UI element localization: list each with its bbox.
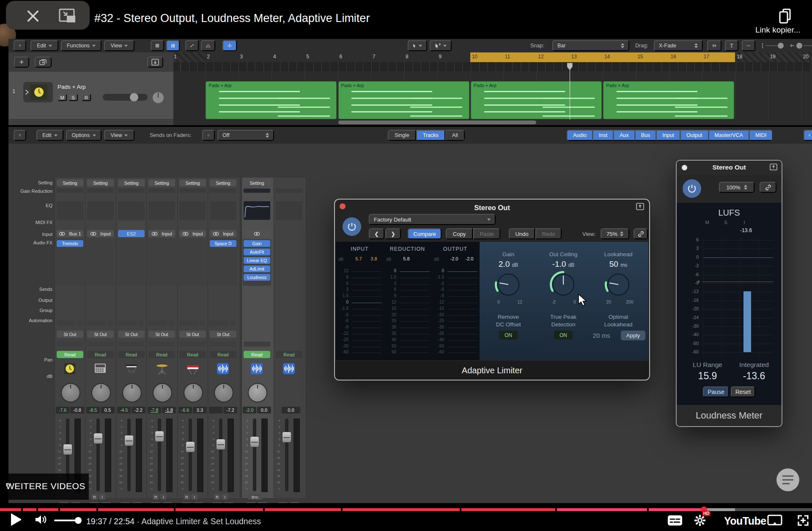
pan-knob[interactable] — [214, 383, 233, 402]
filter-inst[interactable]: Inst — [593, 130, 613, 141]
fx-slot-loudness[interactable]: Loudness — [244, 274, 270, 281]
track-name[interactable]: Pads + Arp — [58, 84, 85, 90]
chapter-segment[interactable] — [38, 508, 58, 511]
midi-region[interactable]: Pads + Arp — [603, 81, 734, 119]
setting-button[interactable]: Setting — [57, 179, 83, 186]
fader-thumb[interactable] — [282, 432, 291, 443]
automation-mode-button[interactable]: Read — [276, 351, 302, 358]
channel-watermark-icon[interactable] — [776, 468, 799, 491]
setting-button[interactable]: Setting — [179, 179, 206, 186]
output-slot[interactable]: St Out — [148, 331, 175, 338]
track-mute-button[interactable]: M — [58, 94, 67, 101]
track-pan-knob[interactable] — [152, 91, 165, 106]
bounce-button[interactable]: Bnc — [248, 494, 262, 500]
filter-input[interactable]: Input — [656, 130, 680, 141]
drag-select[interactable]: X-Fade — [654, 40, 703, 51]
filter-aux[interactable]: Aux — [613, 130, 635, 141]
chapter-segment[interactable] — [343, 508, 459, 511]
ruler-tick-strip[interactable] — [173, 62, 812, 71]
filter-midi[interactable]: MIDI — [749, 130, 772, 141]
automation-mode-button[interactable]: Read — [118, 351, 145, 358]
more-videos-overlay[interactable]: WEITERE VIDEOS ^ — [0, 474, 89, 500]
fader-thumb[interactable] — [155, 431, 164, 442]
redo-button[interactable]: Redo — [535, 228, 562, 239]
setting-button[interactable]: Setting — [148, 179, 175, 186]
fx-slot-gain[interactable]: Gain — [244, 240, 270, 247]
send-knob[interactable] — [107, 320, 113, 326]
loudness-chain-link-icon[interactable] — [760, 182, 776, 193]
loudness-zoom-select[interactable]: 100% — [719, 182, 754, 193]
pan-knob[interactable] — [184, 383, 203, 402]
automation-mode-button[interactable]: Read — [179, 351, 206, 358]
chapter-segment[interactable] — [23, 508, 36, 511]
pan-knob[interactable] — [61, 383, 80, 402]
chapter-segment[interactable] — [461, 508, 556, 511]
arrange-menu-functions[interactable]: Functions — [61, 40, 102, 51]
eq-display[interactable] — [244, 201, 270, 220]
fader-groove[interactable] — [285, 419, 288, 491]
knob-lookahead[interactable] — [604, 271, 632, 300]
filter-bus[interactable]: Bus — [635, 130, 656, 141]
apply-button[interactable]: Apply — [621, 331, 645, 340]
automation-mode-button[interactable]: Read — [57, 351, 83, 358]
send-knob[interactable] — [230, 320, 236, 326]
copy-button[interactable]: Copy — [446, 228, 473, 239]
output-slot[interactable]: St Out — [118, 331, 145, 338]
sends-mode-select[interactable]: Off — [217, 130, 274, 141]
chevron-up-icon[interactable]: ^ — [6, 481, 10, 491]
send-knob[interactable] — [138, 320, 144, 326]
chapter-segment[interactable] — [176, 508, 263, 511]
undo-button[interactable]: Undo — [509, 228, 535, 239]
fader-groove[interactable] — [96, 419, 100, 491]
pip-icon[interactable] — [56, 7, 80, 25]
close-icon[interactable] — [23, 7, 43, 25]
waveform-zoom-icon[interactable] — [707, 40, 721, 51]
horizontal-zoom-icon[interactable] — [742, 40, 755, 51]
progress-bar[interactable] — [0, 503, 812, 516]
horizontal-scrollbar[interactable] — [338, 120, 536, 124]
fader-thumb[interactable] — [93, 433, 103, 444]
filter-audio[interactable]: Audio — [567, 130, 593, 141]
send-slot[interactable] — [148, 320, 167, 326]
pan-knob[interactable] — [122, 383, 142, 402]
output-slot[interactable]: St Out — [210, 331, 236, 338]
copy-link-icon[interactable] — [778, 8, 793, 26]
input-slot[interactable]: Bus 1 — [57, 230, 83, 237]
midi-region[interactable]: Pads + Arp — [206, 81, 337, 119]
send-knob[interactable] — [169, 320, 174, 326]
chapter-segment[interactable] — [60, 508, 96, 511]
fader-thumb[interactable] — [216, 439, 225, 450]
bar-ruler[interactable]: 1234567891011121314151617181920 — [173, 52, 812, 62]
input-slot[interactable]: Input — [210, 230, 236, 237]
loudness-power-button[interactable] — [683, 179, 701, 198]
record-enable-button[interactable]: R — [214, 494, 220, 500]
record-enable-button[interactable]: R — [153, 494, 159, 500]
midi-region[interactable]: Pads + Arp — [471, 81, 602, 119]
setting-button[interactable]: Setting — [118, 179, 145, 186]
knob-out-ceiling[interactable] — [549, 271, 577, 300]
add-track-button[interactable]: + — [14, 57, 29, 68]
horizontal-zoom-slider[interactable] — [790, 42, 812, 51]
send-slot[interactable] — [179, 320, 198, 326]
compare-button[interactable]: Compare — [408, 228, 442, 239]
input-monitor-button[interactable]: I — [222, 494, 228, 500]
fx-slot-autoflt[interactable]: AutoFlt — [244, 249, 270, 255]
volume-slider[interactable] — [54, 520, 79, 521]
grid-view-icon[interactable] — [151, 40, 164, 51]
plugin-power-button[interactable] — [343, 217, 361, 236]
track-volume-slider[interactable] — [103, 94, 148, 101]
input-monitor-button[interactable]: I — [160, 494, 167, 500]
track-record-button[interactable]: R — [82, 94, 91, 101]
subtitles-icon[interactable] — [667, 515, 683, 528]
cast-icon[interactable] — [767, 515, 782, 528]
mixer-menu-options[interactable]: Options — [66, 130, 102, 141]
fader-groove[interactable] — [189, 419, 192, 491]
prev-preset-button[interactable]: ❮ — [369, 228, 384, 239]
send-slot[interactable] — [57, 320, 75, 326]
fader-thumb[interactable] — [250, 436, 259, 447]
input-monitor-button[interactable]: I — [191, 494, 198, 500]
group-slot[interactable] — [210, 342, 236, 347]
snap-select[interactable]: Bar — [552, 40, 629, 51]
group-slot[interactable] — [57, 342, 83, 347]
setting-button[interactable]: Setting — [210, 179, 236, 186]
